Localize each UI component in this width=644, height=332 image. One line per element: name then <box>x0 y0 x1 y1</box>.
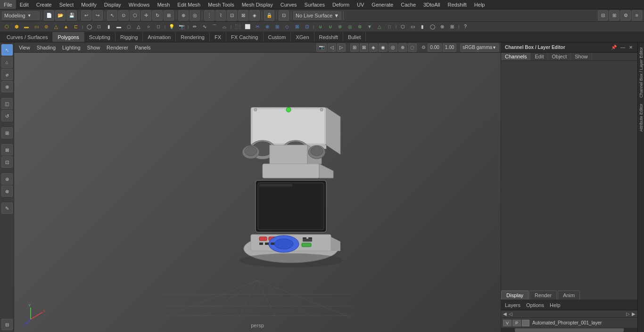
panel-minimize-button[interactable]: — <box>619 45 626 50</box>
remesh-btn[interactable]: ⊛ <box>355 23 364 31</box>
bezier-btn[interactable]: ⌒ <box>210 23 219 31</box>
select-tool-button[interactable]: ↖ <box>107 10 117 21</box>
layer-visibility-toggle[interactable]: V <box>503 320 512 326</box>
boolean-btn[interactable]: ⊕ <box>335 23 345 31</box>
channels-tab[interactable]: Channels <box>501 53 531 60</box>
extrude-btn[interactable]: ⬛ <box>233 23 242 31</box>
bevel-btn[interactable]: ◇ <box>282 23 292 31</box>
new-scene-button[interactable]: 📄 <box>44 10 54 21</box>
lights-btn[interactable]: 💡 <box>167 23 176 31</box>
workspace-dropdown[interactable]: Modeling ▼ <box>2 11 40 20</box>
reduce-btn[interactable]: ▼ <box>365 23 374 31</box>
combine-btn[interactable]: ⊎ <box>315 23 325 31</box>
show-manipulator-button[interactable]: ⊞ <box>1 127 13 138</box>
camera-next-btn[interactable]: ▷ <box>337 43 346 52</box>
triangulate-btn[interactable]: △ <box>375 23 384 31</box>
viewport-3d[interactable]: persp X Y Z <box>14 53 501 332</box>
menu-uv[interactable]: UV <box>353 0 368 9</box>
soft-mod-button[interactable]: ◎ <box>190 10 200 21</box>
multi-component-button[interactable]: ⊠ <box>1 144 13 155</box>
curve-pen-btn[interactable]: ✏ <box>190 23 199 31</box>
paint-skin-button[interactable]: ⊡ <box>1 156 13 168</box>
menu-help[interactable]: Help <box>471 0 489 9</box>
nurbs-cone-btn[interactable]: △ <box>134 23 143 31</box>
auto-map-btn[interactable]: ⊛ <box>438 23 447 31</box>
layer-type-toggle[interactable]: P <box>512 320 521 326</box>
rotate-left-button[interactable]: ↺ <box>1 110 13 121</box>
universal-manip-button[interactable]: ⊕ <box>178 10 189 21</box>
menu-create[interactable]: Create <box>33 0 56 9</box>
tab-custom[interactable]: Custom <box>264 32 291 42</box>
snap-together-button[interactable]: ◫ <box>1 98 13 109</box>
layer-scrollbar[interactable] <box>501 328 637 332</box>
smooth-btn[interactable]: ◎ <box>345 23 355 31</box>
scale-tool-button[interactable]: ⊞ <box>164 10 174 21</box>
viewport-panels-menu[interactable]: Panels <box>132 42 154 52</box>
layers-options-menu[interactable]: Options <box>526 302 544 308</box>
paint-effects-button[interactable]: ⌂ <box>1 57 13 68</box>
snap-grid-button[interactable]: ⋮ <box>204 10 215 21</box>
attr-editor-button[interactable]: ⊞ <box>609 10 619 21</box>
snap-surface-button[interactable]: ◈ <box>249 10 260 21</box>
panel-close-button[interactable]: ✕ <box>628 45 634 50</box>
menu-3dtoall[interactable]: 3DtoAll <box>420 0 444 9</box>
move-tool-button[interactable]: ✛ <box>141 10 151 21</box>
save-scene-button[interactable]: 💾 <box>66 10 77 21</box>
nurbs-plane-btn[interactable]: ▬ <box>114 23 124 31</box>
menu-mesh-tools[interactable]: Mesh Tools <box>204 0 238 9</box>
offset-edge-btn[interactable]: ⊞ <box>272 23 282 31</box>
no-live-surface-label[interactable]: No Live Surface ▼ <box>293 11 341 20</box>
viewport-shading-menu[interactable]: Shading <box>34 42 58 52</box>
viewport-show-menu[interactable]: Show <box>84 42 103 52</box>
tab-redshift[interactable]: Redshift <box>314 32 343 42</box>
arc-btn[interactable]: ⌓ <box>220 23 229 31</box>
isolate-select-btn[interactable]: ◎ <box>388 43 397 52</box>
cube-icon-btn[interactable]: ⬢ <box>12 23 21 31</box>
viewport-lighting-menu[interactable]: Lighting <box>59 42 83 52</box>
quadrangulate-btn[interactable]: □ <box>385 23 394 31</box>
camera-btn[interactable]: 📷 <box>177 23 186 31</box>
film-gate-btn[interactable]: ⊠ <box>360 43 368 52</box>
nurbs-torus-btn[interactable]: ◌ <box>124 23 133 31</box>
uv-editor-btn[interactable]: ⬡ <box>398 23 407 31</box>
tab-rigging[interactable]: Rigging <box>116 32 143 42</box>
nurbs-sphere-btn[interactable]: ◯ <box>84 23 94 31</box>
display-tab-render[interactable]: Render <box>529 291 557 300</box>
connect-btn[interactable]: ⊠ <box>292 23 302 31</box>
ep-curve-btn[interactable]: ∿ <box>200 23 209 31</box>
tab-fx-caching[interactable]: FX Caching <box>226 32 263 42</box>
pyramid-icon-btn[interactable]: ▲ <box>61 23 71 31</box>
tab-animation[interactable]: Animation <box>143 32 176 42</box>
camera-prev-btn[interactable]: ◁ <box>328 43 336 52</box>
question-mark-btn[interactable]: ? <box>461 23 470 31</box>
nurbs-cyl-btn[interactable]: ▮ <box>104 23 114 31</box>
layer-scroll-left-button[interactable]: ◀ <box>503 311 507 316</box>
soft-select-button[interactable]: ⊕ <box>1 81 13 92</box>
layers-help-menu[interactable]: Help <box>550 302 561 308</box>
nurbs-cube-btn[interactable]: □ <box>94 23 104 31</box>
quick-layout-button[interactable]: ⊟ <box>1 319 13 330</box>
wireframe-btn[interactable]: ◈ <box>369 43 378 52</box>
pipe-icon-btn[interactable]: ⊏ <box>71 23 81 31</box>
layer-scroll-next-button[interactable]: ▷ <box>626 311 630 316</box>
outliner-button[interactable]: ≡ <box>632 10 642 21</box>
channel-box-vertical-tab[interactable]: Channel Box / Layer Editor <box>638 44 644 101</box>
gamma-field[interactable]: 1.00 <box>443 43 456 52</box>
menu-surfaces[interactable]: Surfaces <box>301 0 329 9</box>
snap-view-button[interactable]: ⊠ <box>238 10 248 21</box>
menu-generate[interactable]: Generate <box>368 0 397 9</box>
sphere-icon-btn[interactable]: ⬡ <box>2 23 11 31</box>
menu-mesh-display[interactable]: Mesh Display <box>238 0 277 9</box>
planar-map-btn[interactable]: ▭ <box>408 23 417 31</box>
menu-file[interactable]: File <box>0 0 16 9</box>
menu-redshift[interactable]: Redshift <box>444 0 470 9</box>
offset-mesh-button[interactable]: ⊗ <box>1 186 13 197</box>
viewport-view-menu[interactable]: View <box>16 42 33 52</box>
fill-hole-btn[interactable]: ⊡ <box>302 23 312 31</box>
cylindrical-map-btn[interactable]: ▮ <box>418 23 427 31</box>
undo-button[interactable]: ↩ <box>81 10 91 21</box>
render-icon-button[interactable]: ⊡ <box>279 10 289 21</box>
open-scene-button[interactable]: 📂 <box>55 10 66 21</box>
spherical-map-btn[interactable]: ◯ <box>428 23 437 31</box>
crease-tool-button[interactable]: ⊛ <box>1 173 13 185</box>
